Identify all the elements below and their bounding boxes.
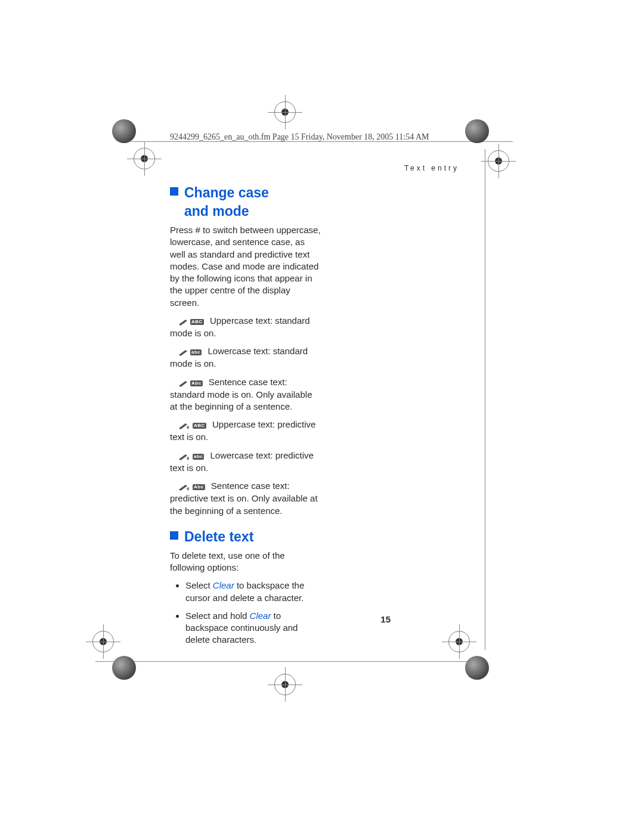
rule-line [95,661,477,662]
content-column: Change case and mode Press # to switch b… [170,179,322,652]
pencil-predictive-icon [178,453,191,460]
paragraph: Press # to switch between uppercase, low… [170,224,322,309]
register-mark-icon [274,101,296,123]
abc-tag: Abc [193,484,205,490]
heading-text: Change case and mode [184,184,269,221]
paragraph: To delete text, use one of the following… [170,550,322,574]
register-disc-icon [112,119,136,143]
register-mark-icon [92,631,114,652]
pencil-predictive-icon [178,484,191,491]
register-disc-icon [465,119,489,143]
square-bullet-icon [170,531,178,540]
abc-tag: Abc [190,380,203,386]
abc-tag: abc [193,454,204,460]
heading-delete-text: Delete text [170,528,322,546]
page-header: 9244299_6265_en_au_oth.fm Page 15 Friday… [170,132,429,142]
abc-tag: ABC [190,319,204,325]
mode-lowercase-predictive: abc Lowercase text: predictive text is o… [170,450,322,474]
pencil-std-icon [178,318,189,326]
abc-tag: abc [190,349,202,355]
register-mark-icon [134,148,155,169]
text: Select and hold [185,611,250,621]
register-mark-icon [448,631,470,652]
rule-line [485,149,485,650]
mode-uppercase-standard: ABC Uppercase text: standard mode is on. [170,315,322,339]
heading-text: Delete text [184,528,253,546]
pencil-std-icon [178,380,189,387]
register-mark-icon [274,674,296,695]
pencil-predictive-icon [178,422,191,429]
register-disc-icon [465,656,489,680]
register-disc-icon [112,656,136,680]
bullet-list: Select Clear to backspace the cursor and… [170,580,322,646]
mode-lowercase-standard: abc Lowercase text: standard mode is on. [170,345,322,370]
running-head: Text entry [404,164,459,172]
mode-sentence-predictive: Abc Sentence case text: predictive text … [170,480,322,517]
pencil-std-icon [178,349,189,356]
square-bullet-icon [170,187,178,196]
bullet-item: Select Clear to backspace the cursor and… [185,580,322,604]
clear-keyword: Clear [213,580,234,590]
clear-keyword: Clear [250,611,271,621]
text: Select [185,580,213,590]
register-mark-icon [488,150,509,172]
bullet-item: Select and hold Clear to backspace conti… [185,610,322,646]
mode-sentence-standard: Abc Sentence case text: standard mode is… [170,376,322,413]
mode-uppercase-predictive: ABC Uppercase text: predictive text is o… [170,419,322,443]
heading-change-case: Change case and mode [170,184,322,221]
abc-tag: ABC [193,423,206,429]
page-number: 15 [380,614,391,624]
